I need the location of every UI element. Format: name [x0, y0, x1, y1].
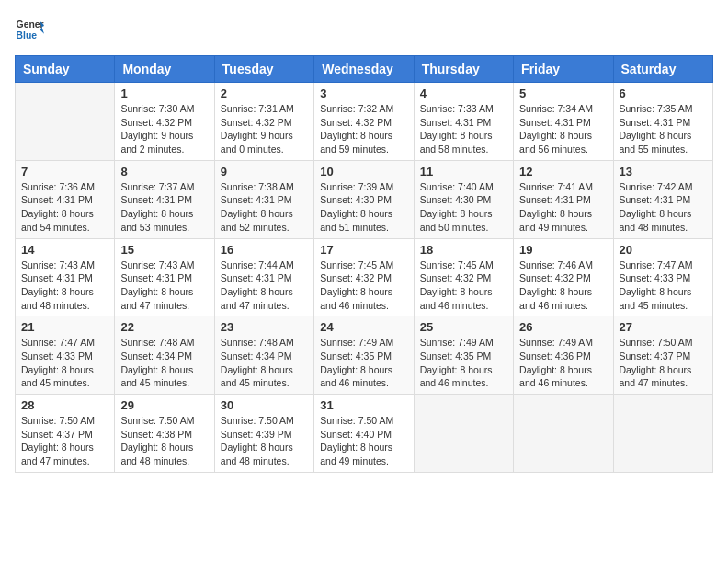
calendar-cell: 16Sunrise: 7:44 AM Sunset: 4:31 PM Dayli… [214, 238, 313, 316]
calendar-cell [613, 395, 712, 473]
calendar-cell: 25Sunrise: 7:49 AM Sunset: 4:35 PM Dayli… [414, 316, 513, 395]
weekday-header-monday: Monday [115, 56, 214, 83]
day-number: 13 [620, 165, 707, 178]
header: General Blue [15, 15, 713, 44]
calendar-cell: 17Sunrise: 7:45 AM Sunset: 4:32 PM Dayli… [314, 238, 414, 316]
calendar-cell: 12Sunrise: 7:41 AM Sunset: 4:31 PM Dayli… [514, 160, 613, 238]
calendar-cell: 4Sunrise: 7:33 AM Sunset: 4:31 PM Daylig… [414, 83, 513, 161]
day-info: Sunrise: 7:43 AM Sunset: 4:31 PM Dayligh… [21, 259, 108, 313]
day-info: Sunrise: 7:44 AM Sunset: 4:31 PM Dayligh… [221, 259, 308, 313]
calendar-cell [16, 83, 115, 161]
calendar-cell: 6Sunrise: 7:35 AM Sunset: 4:31 PM Daylig… [613, 83, 712, 161]
calendar-cell: 19Sunrise: 7:46 AM Sunset: 4:32 PM Dayli… [514, 238, 613, 316]
day-info: Sunrise: 7:50 AM Sunset: 4:38 PM Dayligh… [120, 414, 208, 468]
day-info: Sunrise: 7:49 AM Sunset: 4:35 PM Dayligh… [320, 336, 407, 390]
weekday-header-row: SundayMondayTuesdayWednesdayThursdayFrid… [16, 56, 713, 83]
calendar-cell: 15Sunrise: 7:43 AM Sunset: 4:31 PM Dayli… [115, 238, 214, 316]
day-number: 12 [519, 165, 607, 178]
day-info: Sunrise: 7:40 AM Sunset: 4:30 PM Dayligh… [420, 180, 507, 235]
day-number: 1 [120, 86, 208, 100]
day-info: Sunrise: 7:47 AM Sunset: 4:33 PM Dayligh… [21, 336, 108, 390]
svg-text:Blue: Blue [17, 30, 38, 40]
day-number: 20 [620, 243, 707, 257]
calendar-cell: 20Sunrise: 7:47 AM Sunset: 4:33 PM Dayli… [613, 238, 712, 316]
day-number: 21 [21, 320, 108, 334]
day-info: Sunrise: 7:36 AM Sunset: 4:31 PM Dayligh… [21, 180, 108, 235]
calendar-body: 1Sunrise: 7:30 AM Sunset: 4:32 PM Daylig… [16, 83, 713, 473]
weekday-header-friday: Friday [514, 56, 613, 83]
day-number: 16 [221, 243, 308, 257]
day-info: Sunrise: 7:42 AM Sunset: 4:31 PM Dayligh… [620, 180, 707, 235]
calendar-cell: 22Sunrise: 7:48 AM Sunset: 4:34 PM Dayli… [115, 316, 214, 395]
calendar-table: SundayMondayTuesdayWednesdayThursdayFrid… [15, 55, 713, 473]
calendar-week-1: 1Sunrise: 7:30 AM Sunset: 4:32 PM Daylig… [16, 83, 713, 161]
calendar-week-5: 28Sunrise: 7:50 AM Sunset: 4:37 PM Dayli… [16, 395, 713, 473]
day-info: Sunrise: 7:33 AM Sunset: 4:31 PM Dayligh… [420, 102, 507, 156]
day-number: 4 [420, 86, 507, 100]
day-info: Sunrise: 7:46 AM Sunset: 4:32 PM Dayligh… [519, 259, 607, 313]
calendar-cell: 8Sunrise: 7:37 AM Sunset: 4:31 PM Daylig… [115, 160, 214, 238]
day-info: Sunrise: 7:50 AM Sunset: 4:40 PM Dayligh… [320, 414, 407, 468]
calendar-week-4: 21Sunrise: 7:47 AM Sunset: 4:33 PM Dayli… [16, 316, 713, 395]
calendar-week-3: 14Sunrise: 7:43 AM Sunset: 4:31 PM Dayli… [16, 238, 713, 316]
weekday-header-sunday: Sunday [16, 56, 115, 83]
day-number: 27 [620, 320, 707, 334]
weekday-header-tuesday: Tuesday [214, 56, 313, 83]
day-info: Sunrise: 7:30 AM Sunset: 4:32 PM Dayligh… [120, 102, 208, 156]
day-info: Sunrise: 7:48 AM Sunset: 4:34 PM Dayligh… [120, 336, 208, 390]
day-number: 11 [420, 165, 507, 178]
day-number: 3 [320, 86, 407, 100]
day-number: 24 [320, 320, 407, 334]
calendar-cell: 7Sunrise: 7:36 AM Sunset: 4:31 PM Daylig… [16, 160, 115, 238]
day-number: 19 [519, 243, 607, 257]
calendar-cell: 3Sunrise: 7:32 AM Sunset: 4:32 PM Daylig… [314, 83, 414, 161]
calendar-cell: 30Sunrise: 7:50 AM Sunset: 4:39 PM Dayli… [214, 395, 313, 473]
calendar-cell: 26Sunrise: 7:49 AM Sunset: 4:36 PM Dayli… [514, 316, 613, 395]
calendar-week-2: 7Sunrise: 7:36 AM Sunset: 4:31 PM Daylig… [16, 160, 713, 238]
calendar-cell: 21Sunrise: 7:47 AM Sunset: 4:33 PM Dayli… [16, 316, 115, 395]
day-info: Sunrise: 7:41 AM Sunset: 4:31 PM Dayligh… [519, 180, 607, 235]
day-info: Sunrise: 7:34 AM Sunset: 4:31 PM Dayligh… [519, 102, 607, 156]
day-info: Sunrise: 7:35 AM Sunset: 4:31 PM Dayligh… [620, 102, 707, 156]
day-number: 18 [420, 243, 507, 257]
day-info: Sunrise: 7:48 AM Sunset: 4:34 PM Dayligh… [221, 336, 308, 390]
calendar-cell: 23Sunrise: 7:48 AM Sunset: 4:34 PM Dayli… [214, 316, 313, 395]
day-number: 9 [221, 165, 308, 178]
day-info: Sunrise: 7:31 AM Sunset: 4:32 PM Dayligh… [221, 102, 308, 156]
calendar-cell: 18Sunrise: 7:45 AM Sunset: 4:32 PM Dayli… [414, 238, 513, 316]
calendar-cell [514, 395, 613, 473]
day-info: Sunrise: 7:43 AM Sunset: 4:31 PM Dayligh… [120, 259, 208, 313]
day-number: 14 [21, 243, 108, 257]
day-number: 22 [120, 320, 208, 334]
day-info: Sunrise: 7:45 AM Sunset: 4:32 PM Dayligh… [320, 259, 407, 313]
day-number: 17 [320, 243, 407, 257]
weekday-header-saturday: Saturday [613, 56, 712, 83]
day-info: Sunrise: 7:39 AM Sunset: 4:30 PM Dayligh… [320, 180, 407, 235]
day-number: 8 [120, 165, 208, 178]
day-info: Sunrise: 7:50 AM Sunset: 4:37 PM Dayligh… [21, 414, 108, 468]
calendar-cell: 5Sunrise: 7:34 AM Sunset: 4:31 PM Daylig… [514, 83, 613, 161]
day-number: 26 [519, 320, 607, 334]
calendar-cell: 9Sunrise: 7:38 AM Sunset: 4:31 PM Daylig… [214, 160, 313, 238]
day-info: Sunrise: 7:37 AM Sunset: 4:31 PM Dayligh… [120, 180, 208, 235]
calendar-cell: 28Sunrise: 7:50 AM Sunset: 4:37 PM Dayli… [16, 395, 115, 473]
day-info: Sunrise: 7:49 AM Sunset: 4:35 PM Dayligh… [420, 336, 507, 390]
day-info: Sunrise: 7:50 AM Sunset: 4:37 PM Dayligh… [620, 336, 707, 390]
day-number: 2 [221, 86, 308, 100]
calendar-cell: 14Sunrise: 7:43 AM Sunset: 4:31 PM Dayli… [16, 238, 115, 316]
day-number: 15 [120, 243, 208, 257]
calendar-cell: 10Sunrise: 7:39 AM Sunset: 4:30 PM Dayli… [314, 160, 414, 238]
day-number: 31 [320, 398, 407, 412]
logo: General Blue [15, 15, 48, 44]
calendar-cell: 24Sunrise: 7:49 AM Sunset: 4:35 PM Dayli… [314, 316, 414, 395]
weekday-header-thursday: Thursday [414, 56, 513, 83]
day-number: 10 [320, 165, 407, 178]
calendar-cell: 29Sunrise: 7:50 AM Sunset: 4:38 PM Dayli… [115, 395, 214, 473]
day-number: 28 [21, 398, 108, 412]
day-info: Sunrise: 7:47 AM Sunset: 4:33 PM Dayligh… [620, 259, 707, 313]
calendar-cell: 13Sunrise: 7:42 AM Sunset: 4:31 PM Dayli… [613, 160, 712, 238]
day-number: 7 [21, 165, 108, 178]
day-info: Sunrise: 7:45 AM Sunset: 4:32 PM Dayligh… [420, 259, 507, 313]
calendar-cell: 11Sunrise: 7:40 AM Sunset: 4:30 PM Dayli… [414, 160, 513, 238]
day-info: Sunrise: 7:50 AM Sunset: 4:39 PM Dayligh… [221, 414, 308, 468]
